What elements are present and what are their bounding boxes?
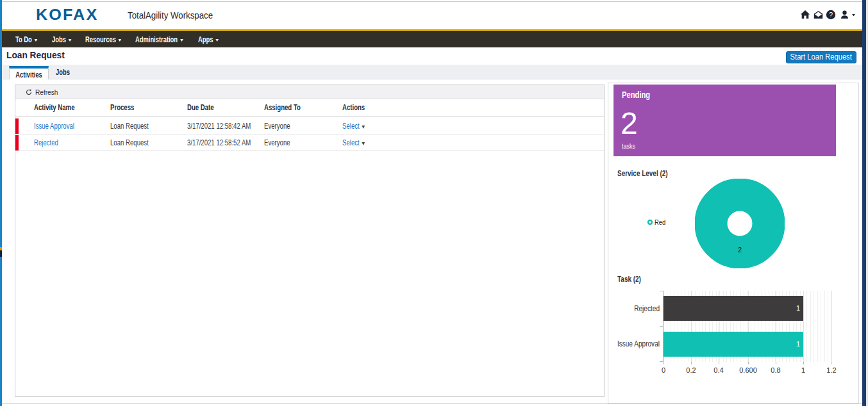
svg-text:?: ? [829, 11, 833, 19]
